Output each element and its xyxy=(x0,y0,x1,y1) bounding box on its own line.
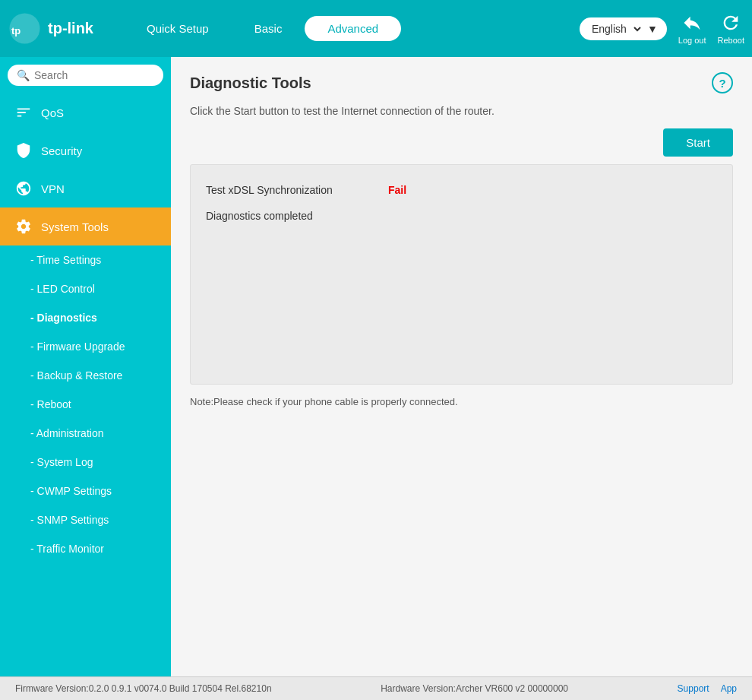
diag-row-xdsl: Test xDSL Synchronization Fail xyxy=(206,180,717,200)
sidebar-item-cwmp-settings[interactable]: - CWMP Settings xyxy=(0,477,171,505)
page-header: Diagnostic Tools ? xyxy=(190,72,733,93)
diag-row-completed: Diagnostics completed xyxy=(206,200,717,226)
sidebar-item-diagnostics[interactable]: - Diagnostics xyxy=(0,303,171,332)
qos-icon xyxy=(15,104,32,121)
header-right: English Chinese French German Spanish ▼ … xyxy=(580,12,744,45)
app-link[interactable]: App xyxy=(721,683,737,694)
diag-xdsl-status: Fail xyxy=(388,184,406,196)
main-layout: 🔍 QoS Security VPN System Tools xyxy=(0,57,752,676)
sidebar-item-firmware-upgrade[interactable]: - Firmware Upgrade xyxy=(0,332,171,361)
sidebar-item-system-tools[interactable]: System Tools xyxy=(0,207,171,245)
note-text: Note:Please check if your phone cable is… xyxy=(190,396,733,407)
footer-links: Support App xyxy=(678,683,737,694)
help-icon[interactable]: ? xyxy=(712,72,733,93)
tab-quick-setup[interactable]: Quick Setup xyxy=(124,16,232,41)
sidebar-item-reboot[interactable]: - Reboot xyxy=(0,390,171,419)
logout-label: Log out xyxy=(678,36,706,45)
sidebar-item-backup-restore[interactable]: - Backup & Restore xyxy=(0,361,171,390)
page-title: Diagnostic Tools xyxy=(190,74,311,92)
content-area: Diagnostic Tools ? Click the Start butto… xyxy=(171,57,752,676)
reboot-button[interactable]: Reboot xyxy=(718,12,744,45)
footer: Firmware Version:0.2.0 0.9.1 v0074.0 Bui… xyxy=(0,676,752,700)
diag-completed-label: Diagnostics completed xyxy=(206,210,313,222)
reboot-icon xyxy=(720,12,741,33)
sidebar-item-system-log[interactable]: - System Log xyxy=(0,448,171,477)
sidebar-item-qos[interactable]: QoS xyxy=(0,93,171,131)
search-input[interactable] xyxy=(34,69,167,81)
sidebar-item-administration[interactable]: - Administration xyxy=(0,419,171,448)
sidebar-item-qos-label: QoS xyxy=(41,106,64,119)
hardware-version: Hardware Version:Archer VR600 v2 0000000… xyxy=(381,683,568,694)
language-selector[interactable]: English Chinese French German Spanish ▼ xyxy=(580,17,667,40)
tab-basic[interactable]: Basic xyxy=(232,16,305,41)
sidebar-sub-menu: - Time Settings - LED Control - Diagnost… xyxy=(0,245,171,563)
header: tp tp-link Quick Setup Basic Advanced En… xyxy=(0,0,752,57)
chevron-down-icon: ▼ xyxy=(647,23,658,35)
sidebar-item-led-control[interactable]: - LED Control xyxy=(0,274,171,303)
sidebar-item-vpn-label: VPN xyxy=(41,182,65,195)
start-button[interactable]: Start xyxy=(663,128,733,157)
sidebar-item-security[interactable]: Security xyxy=(0,131,171,169)
vpn-icon xyxy=(15,180,32,197)
logo: tp tp-link xyxy=(8,11,93,46)
support-link[interactable]: Support xyxy=(678,683,709,694)
sidebar-item-snmp-settings[interactable]: - SNMP Settings xyxy=(0,505,171,534)
sidebar-item-vpn[interactable]: VPN xyxy=(0,169,171,207)
diagnostics-output-box: Test xDSL Synchronization Fail Diagnosti… xyxy=(190,164,733,385)
sidebar: 🔍 QoS Security VPN System Tools xyxy=(0,57,171,676)
start-button-row: Start xyxy=(190,128,733,157)
security-icon xyxy=(15,142,32,159)
system-tools-icon xyxy=(15,218,32,235)
diag-xdsl-label: Test xDSL Synchronization xyxy=(206,184,373,196)
logo-text: tp-link xyxy=(48,20,93,37)
logout-icon xyxy=(681,12,703,33)
firmware-version: Firmware Version:0.2.0 0.9.1 v0074.0 Bui… xyxy=(15,683,272,694)
description: Click the Start button to test the Inter… xyxy=(190,105,733,117)
search-box[interactable]: 🔍 xyxy=(8,65,163,86)
tab-advanced[interactable]: Advanced xyxy=(305,16,401,41)
language-dropdown[interactable]: English Chinese French German Spanish xyxy=(589,22,643,36)
reboot-label: Reboot xyxy=(718,36,744,45)
sidebar-item-time-settings[interactable]: - Time Settings xyxy=(0,245,171,274)
svg-text:tp: tp xyxy=(11,25,21,36)
nav-tabs: Quick Setup Basic Advanced xyxy=(124,16,580,41)
sidebar-item-traffic-monitor[interactable]: - Traffic Monitor xyxy=(0,534,171,563)
search-icon: 🔍 xyxy=(17,69,30,81)
tplink-logo-icon: tp xyxy=(8,11,42,46)
logout-button[interactable]: Log out xyxy=(678,12,706,45)
sidebar-item-security-label: Security xyxy=(41,144,82,157)
sidebar-item-system-tools-label: System Tools xyxy=(41,220,109,233)
